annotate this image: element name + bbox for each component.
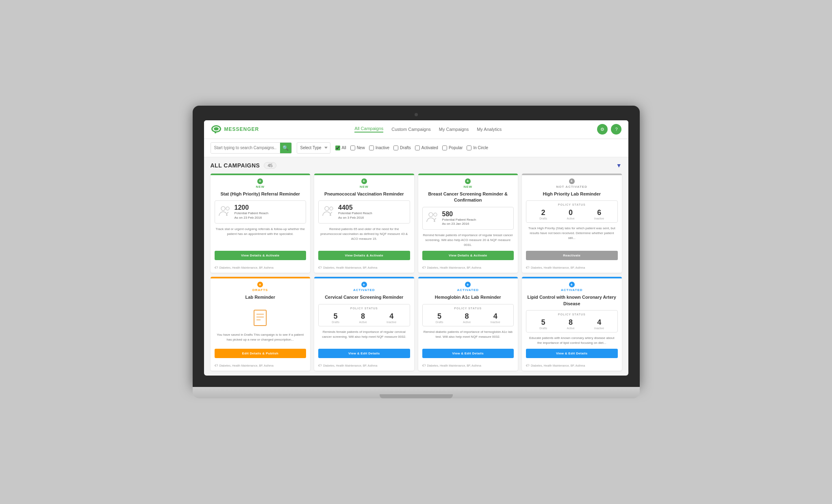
tag-icon: 🏷 bbox=[422, 266, 426, 269]
tag-icon: 🏷 bbox=[215, 266, 218, 269]
policy-drafts: 5 Drafts bbox=[436, 312, 443, 324]
policy-status: POLICY STATUS 5 Drafts 8 Active bbox=[422, 304, 514, 326]
nav-custom-campaigns[interactable]: Custom Campaigns bbox=[391, 127, 431, 132]
card-status: + ACTIVATED bbox=[314, 278, 414, 293]
filter-new-checkbox[interactable] bbox=[350, 146, 355, 150]
help-button[interactable]: ? bbox=[611, 124, 621, 135]
policy-drafts-number: 5 bbox=[436, 312, 443, 321]
card-description: Remind patients 65 and older of the need… bbox=[314, 227, 414, 251]
policy-drafts-number: 5 bbox=[539, 318, 547, 327]
search-button[interactable]: 🔍 bbox=[280, 142, 291, 154]
view-activate-button[interactable]: View Details & Activate bbox=[318, 251, 410, 260]
policy-drafts: 5 Drafts bbox=[332, 312, 339, 324]
document-icon bbox=[250, 308, 270, 328]
card-status: + ACTIVATED bbox=[522, 278, 622, 293]
card-tags: 🏷 Diabetes, Health Maintenance, BP, Asth… bbox=[211, 264, 311, 273]
nav-all-campaigns[interactable]: All Campaigns bbox=[354, 126, 383, 133]
filter-drafts-checkbox[interactable] bbox=[393, 146, 398, 150]
policy-drafts-label: Drafts bbox=[539, 327, 547, 330]
policy-inactive: 6 Inactive bbox=[594, 209, 604, 220]
filter-all[interactable]: All bbox=[335, 146, 346, 150]
policy-status: POLICY STATUS 5 Drafts 8 Active bbox=[526, 310, 618, 332]
view-activate-button[interactable]: View Details & Activate bbox=[215, 251, 306, 260]
policy-inactive-number: 4 bbox=[491, 312, 500, 321]
nav-links: All Campaigns Custom Campaigns My Campai… bbox=[354, 126, 502, 133]
svg-point-9 bbox=[434, 213, 437, 216]
card-description: Track stat or urgent outgoing referrals … bbox=[211, 227, 311, 251]
policy-active-label: Active bbox=[567, 327, 574, 330]
tag-icon: 🏷 bbox=[318, 364, 322, 367]
status-plus-icon: + bbox=[569, 282, 575, 287]
card-reach: 4405 Potential Patient ReachAs on 3 Feb … bbox=[318, 200, 410, 224]
filter-incircle-checkbox[interactable] bbox=[467, 146, 471, 150]
card-status: + DRAFTS bbox=[211, 278, 311, 293]
type-select[interactable]: Select Type bbox=[297, 142, 330, 154]
section-header: ALL CAMPAIGNS 45 ▼ bbox=[211, 162, 622, 169]
tag-icon: 🏷 bbox=[526, 266, 529, 269]
settings-button[interactable]: ⚙ bbox=[597, 124, 608, 135]
view-edit-button[interactable]: View & Edit Details bbox=[318, 349, 410, 358]
view-edit-button[interactable]: View & Edit Details bbox=[422, 349, 514, 358]
reactivate-button[interactable]: Reactivate bbox=[526, 251, 618, 260]
card-status: + ACTIVATED bbox=[418, 278, 518, 293]
status-label: NEW bbox=[360, 185, 369, 189]
filter-icon[interactable]: ▼ bbox=[616, 162, 622, 169]
svg-point-8 bbox=[429, 213, 433, 217]
policy-drafts-number: 2 bbox=[539, 209, 547, 217]
card-status: + NOT ACTIVATED bbox=[522, 175, 622, 189]
policy-numbers: 5 Drafts 8 Active 4 Inac bbox=[530, 318, 614, 330]
card-tags: 🏷 Diabetes, Health Maintenance, BP, Asth… bbox=[522, 264, 622, 273]
filter-drafts[interactable]: Drafts bbox=[393, 146, 411, 150]
policy-active: 0 Active bbox=[567, 209, 574, 220]
edit-publish-button[interactable]: Edit Details & Publish bbox=[215, 349, 306, 358]
filter-all-checkbox[interactable] bbox=[335, 146, 340, 150]
card-status: + NEW bbox=[314, 175, 414, 189]
view-activate-button[interactable]: View Details & Activate bbox=[422, 251, 514, 260]
nav-my-campaigns[interactable]: My Campaigns bbox=[439, 127, 469, 132]
policy-inactive-number: 6 bbox=[594, 209, 604, 217]
policy-drafts-number: 5 bbox=[332, 312, 339, 321]
filter-incircle[interactable]: In Circle bbox=[467, 146, 488, 150]
filter-activated-checkbox[interactable] bbox=[415, 146, 420, 150]
policy-drafts-label: Drafts bbox=[539, 217, 547, 220]
card-pneumococcal: + NEW Pneumococcal Vaccination Reminder bbox=[314, 174, 414, 273]
policy-drafts: 5 Drafts bbox=[539, 318, 547, 330]
status-plus-icon: + bbox=[465, 178, 471, 184]
view-edit-button[interactable]: View & Edit Details bbox=[526, 349, 618, 358]
nav-my-analytics[interactable]: My Analytics bbox=[477, 127, 502, 132]
reach-number: 4405 bbox=[338, 204, 372, 211]
logo-text: MESSENGER bbox=[224, 126, 259, 132]
svg-point-7 bbox=[330, 207, 333, 210]
card-tags: 🏷 Diabetes, Health Maintenance, BP, Asth… bbox=[418, 362, 518, 371]
status-label: ACTIVATED bbox=[457, 288, 479, 292]
section-title: ALL CAMPAIGNS bbox=[211, 162, 260, 169]
filter-inactive-checkbox[interactable] bbox=[369, 146, 374, 150]
policy-status-title: POLICY STATUS bbox=[530, 203, 614, 206]
people-icon bbox=[322, 205, 335, 219]
card-high-priority-lab: + NOT ACTIVATED High Priority Lab Remind… bbox=[522, 174, 622, 273]
filter-activated[interactable]: Activated bbox=[415, 146, 438, 150]
search-box[interactable]: 🔍 bbox=[211, 142, 292, 154]
filter-popular-checkbox[interactable] bbox=[442, 146, 447, 150]
card-description: Remind diabetic patients of importance o… bbox=[418, 330, 518, 349]
card-description: Educate patients with known coronary art… bbox=[522, 336, 622, 349]
reach-number: 1200 bbox=[235, 204, 269, 211]
card-tags: 🏷 Diabetes, Health Maintenance, BP, Asth… bbox=[418, 264, 518, 273]
svg-point-2 bbox=[214, 127, 219, 130]
policy-inactive-label: Inactive bbox=[594, 217, 604, 220]
reach-label: Potential Patient ReachAs on 23 Jan 2016 bbox=[442, 218, 476, 226]
search-input[interactable] bbox=[211, 143, 280, 153]
filter-new[interactable]: New bbox=[350, 146, 365, 150]
cards-grid: + NEW Stat (High Priority) Referral Remi… bbox=[211, 174, 622, 371]
filter-popular[interactable]: Popular bbox=[442, 146, 463, 150]
policy-status-title: POLICY STATUS bbox=[530, 313, 614, 316]
policy-active: 8 Active bbox=[463, 312, 471, 324]
filter-inactive[interactable]: Inactive bbox=[369, 146, 389, 150]
policy-numbers: 5 Drafts 8 Active 4 Inac bbox=[426, 312, 510, 324]
status-label: ACTIVATED bbox=[353, 288, 375, 292]
tag-icon: 🏷 bbox=[215, 364, 218, 367]
card-status: + NEW bbox=[418, 175, 518, 189]
card-title: Lab Reminder bbox=[211, 293, 311, 304]
main-content: ALL CAMPAIGNS 45 ▼ + NEW Stat (High bbox=[204, 157, 628, 376]
policy-drafts: 2 Drafts bbox=[539, 209, 547, 220]
